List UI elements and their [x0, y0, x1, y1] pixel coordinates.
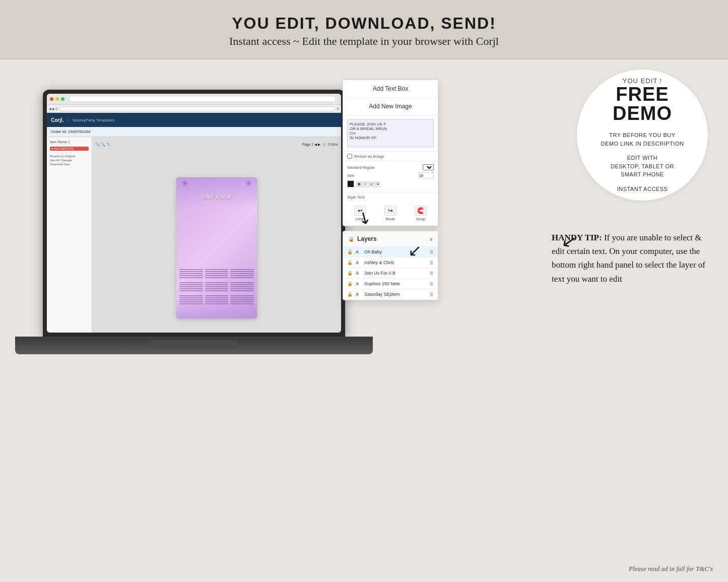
snap-tool[interactable]: 🧲 Snap — [415, 206, 427, 221]
italic-icon[interactable]: I — [363, 181, 367, 187]
redo-icon[interactable]: ↪ — [384, 206, 396, 216]
layer-lock-icon: 🔒 — [347, 281, 353, 286]
size-label: Size: — [347, 174, 417, 177]
toolbar-cart[interactable]: 🛒 Online — [322, 143, 338, 147]
layer-delete-icon[interactable]: 🗑 — [429, 292, 434, 297]
action-download[interactable]: Download Item — [50, 163, 89, 166]
layer-type-a-icon: A — [356, 292, 362, 297]
action-clear[interactable]: See All Changes — [50, 159, 89, 162]
layer-item[interactable]: 🔒 A Join Us For A B 🗑 — [343, 268, 438, 279]
subline: Instant access ~ Edit the template in yo… — [10, 35, 718, 48]
template-title: take a seat — [176, 192, 257, 201]
table-col-2 — [205, 269, 229, 279]
browser-editor: 🔍 🔍 🔧 Page 1 ◀ ▶ 🛒 Online ❀ ❀ take a — [92, 137, 341, 333]
layer-name-ashley-chris: Ashley & Chris — [364, 260, 427, 265]
bold-icon[interactable]: B — [356, 181, 362, 187]
sidebar-actions: Restore to Original See All Changes Down… — [50, 155, 89, 166]
style-text-label: Style Text — [343, 193, 438, 202]
layers-panel: 🔒 Layers ∨ 🔒 A Oh Baby 🗑 🔒 A Ashley & Ch… — [343, 231, 438, 300]
demo-smartphone: SMART PHONE — [621, 170, 664, 179]
layer-item[interactable]: 🔒 A Saturday SEptem 🗑 — [343, 289, 438, 300]
table-col-1 — [179, 269, 203, 279]
browser-main: Item Name 1 ● INCOMPLETE Restore to Orig… — [47, 137, 341, 333]
color-row: B I U ≡ — [347, 180, 434, 187]
corjl-header: Corjl. | NoorayParty Templates — [47, 113, 341, 127]
order-id: Order Id: 1500750194 — [51, 130, 90, 134]
add-text-box-button[interactable]: Add Text Box — [343, 80, 438, 98]
laptop: ◀ ▶ C ✦ Corjl. | NoorayParty Templates O… — [15, 90, 373, 468]
layer-item[interactable]: 🔒 A Ashley & Chris 🗑 — [343, 257, 438, 268]
layers-header: 🔒 Layers ∨ — [343, 231, 438, 247]
demo-demo-label: DEMO — [613, 104, 672, 123]
flower-left: ❀ — [181, 178, 188, 188]
status-incomplete: ● INCOMPLETE — [50, 147, 89, 151]
demo-try-before: TRY BEFORE YOU BUY — [609, 131, 675, 140]
editor-toolbar: 🔍 🔍 🔧 Page 1 ◀ ▶ 🛒 Online — [95, 140, 338, 149]
layer-item[interactable]: 🔒 A Supinos 250 New 🗑 — [343, 279, 438, 289]
align-left-icon[interactable]: ≡ — [375, 181, 381, 187]
add-new-image-button[interactable]: Add New Image — [343, 98, 438, 115]
layer-delete-icon[interactable]: 🗑 — [429, 260, 434, 265]
table-col-5 — [205, 282, 229, 292]
layer-delete-icon[interactable]: 🗑 — [429, 249, 434, 254]
layer-item[interactable]: 🔒 A Oh Baby 🗑 — [343, 247, 438, 257]
panel-text-editor[interactable]: PLEASE JOIN US FOR A BRIDAL BRUNCHIN HON… — [347, 119, 434, 147]
layer-type-a-icon: A — [356, 281, 362, 286]
font-dropdown[interactable] — [423, 164, 434, 170]
size-input[interactable] — [419, 172, 434, 178]
laptop-screen: ◀ ▶ C ✦ Corjl. | NoorayParty Templates O… — [43, 90, 345, 337]
action-restore[interactable]: Restore to Original — [50, 155, 89, 158]
sidebar-label: Item Name 1 — [50, 140, 89, 144]
browser-sidebar: Item Name 1 ● INCOMPLETE Restore to Orig… — [47, 137, 92, 333]
screen-inner: ◀ ▶ C ✦ Corjl. | NoorayParty Templates O… — [47, 94, 341, 333]
corjl-logo: Corjl. — [51, 117, 64, 123]
layer-lock-icon: 🔒 — [347, 249, 353, 254]
resize-checkbox[interactable] — [347, 154, 352, 159]
template-preview: ❀ ❀ take a seat — [176, 177, 257, 318]
layer-lock-icon: 🔒 — [347, 292, 353, 297]
shop-name: NoorayParty Templates — [73, 118, 114, 122]
layer-delete-icon[interactable]: 🗑 — [429, 271, 434, 276]
minimize-dot — [55, 97, 59, 101]
footer-note: Please read ad in full for T&C's — [629, 565, 713, 573]
layer-name-saturday: Saturday SEptem — [364, 292, 427, 297]
standard-regular-row: Standard Regular — [347, 164, 434, 170]
layer-type-a-icon: A — [356, 271, 362, 276]
table-col-6 — [230, 282, 254, 292]
layers-title-row: 🔒 Layers — [348, 235, 377, 242]
resize-image-row: Resize as Image — [343, 152, 438, 161]
main-area: ◀ ▶ C ✦ Corjl. | NoorayParty Templates O… — [0, 59, 728, 568]
url-bar[interactable] — [69, 96, 336, 102]
redo-label: Redo — [384, 217, 396, 221]
layers-title: Layers — [357, 235, 377, 242]
layer-lock-icon: 🔒 — [347, 271, 353, 276]
toolbar-zoom[interactable]: 🔍 🔍 🔧 — [95, 143, 111, 147]
layers-chevron-icon[interactable]: ∨ — [429, 236, 433, 242]
demo-devices: DESKTOP, TABLET OR — [611, 162, 674, 171]
layer-lock-icon: 🔒 — [347, 260, 353, 265]
demo-instant: INSTANT ACCESS — [617, 185, 668, 193]
standard-label: Standard Regular — [347, 166, 421, 169]
size-row: Size: — [347, 172, 434, 178]
layer-type-a-icon: A — [356, 249, 362, 254]
resize-label: Resize as Image — [354, 154, 384, 159]
layer-delete-icon[interactable]: 🗑 — [429, 281, 434, 286]
redo-tool[interactable]: ↪ Redo — [384, 206, 396, 221]
browser-tabs-bar — [47, 94, 341, 105]
close-dot — [50, 97, 53, 101]
bookmark-item: ◀ ▶ C — [49, 107, 58, 110]
color-swatch[interactable] — [347, 180, 354, 187]
demo-link: DEMO LINK IN DESCRIPTION — [601, 140, 684, 148]
snap-icon[interactable]: 🧲 — [415, 206, 427, 216]
address-bar[interactable] — [59, 106, 335, 111]
layer-type-a-icon: A — [356, 260, 362, 265]
free-demo-circle: YOU EDIT ! FREE DEMO TRY BEFORE YOU BUY … — [577, 70, 708, 201]
underline-icon[interactable]: U — [368, 181, 374, 187]
layer-name-supinos: Supinos 250 New — [364, 281, 427, 286]
toolbar-page: Page 1 ◀ ▶ — [302, 143, 320, 147]
table-row-group-1 — [179, 269, 254, 279]
panel-settings: Standard Regular Size: B I U ≡ — [343, 161, 438, 193]
floral-bottom — [176, 298, 257, 318]
bookmarks-bar: ◀ ▶ C ✦ — [47, 105, 341, 113]
panel-edit-section: PLEASE JOIN US FOR A BRIDAL BRUNCHIN HON… — [343, 115, 438, 152]
